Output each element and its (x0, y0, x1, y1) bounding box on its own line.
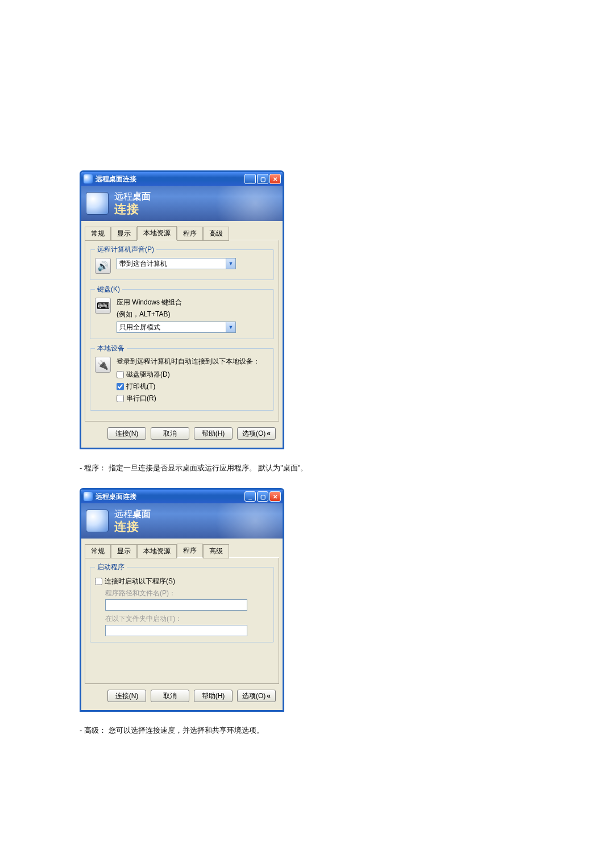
banner: 远程桌面 连接 (81, 186, 283, 221)
tab-programs[interactable]: 程序 (177, 227, 203, 241)
chk-printer-label: 打印机(T) (126, 382, 155, 391)
keyboard-combo-value: 只用全屏模式 (117, 323, 226, 332)
tab-programs[interactable]: 程序 (177, 544, 203, 558)
chevron-down-icon: ▼ (226, 322, 235, 332)
group-remote-sound: 远程计算机声音(P) 带到这台计算机 ▼ (90, 245, 274, 280)
speaker-icon (95, 258, 111, 274)
minimize-button[interactable]: _ (244, 491, 256, 502)
input-start-folder[interactable] (105, 625, 247, 636)
titlebar[interactable]: 远程桌面连接 _ ▢ ✕ (81, 172, 283, 186)
keyboard-combo[interactable]: 只用全屏模式 ▼ (117, 322, 236, 333)
close-button[interactable]: ✕ (269, 491, 281, 502)
cancel-button[interactable]: 取消 (151, 427, 189, 440)
tab-general[interactable]: 常规 (85, 227, 111, 241)
app-icon (84, 174, 93, 183)
maximize-button[interactable]: ▢ (257, 174, 268, 184)
tab-body: 远程计算机声音(P) 带到这台计算机 ▼ 键盘(K) 应用 Windows 键组… (85, 240, 279, 422)
tab-advanced[interactable]: 高级 (203, 544, 229, 558)
chk-serial-label: 串行口(R) (126, 394, 156, 403)
banner-line1a: 远程 (114, 191, 132, 201)
window-title: 远程桌面连接 (96, 492, 136, 502)
chk-printer-input[interactable] (117, 383, 124, 390)
close-button[interactable]: ✕ (269, 174, 281, 184)
tab-local-resources[interactable]: 本地资源 (137, 226, 177, 240)
chk-serial-input[interactable] (117, 395, 124, 402)
keyboard-desc1: 应用 Windows 键组合 (117, 298, 236, 307)
sound-combo[interactable]: 带到这台计算机 ▼ (117, 258, 236, 269)
titlebar[interactable]: 远程桌面连接 _ ▢ ✕ (81, 490, 283, 503)
keyboard-icon (95, 298, 111, 314)
app-icon (84, 492, 93, 501)
group-keyboard: 键盘(K) 应用 Windows 键组合 (例如，ALT+TAB) 只用全屏模式… (90, 285, 274, 339)
tab-local-resources[interactable]: 本地资源 (137, 544, 177, 558)
computer-icon (86, 510, 109, 532)
help-button[interactable]: 帮助(H) (194, 427, 233, 440)
chk-disk-label: 磁盘驱动器(D) (126, 370, 170, 379)
chk-start-program-input[interactable] (95, 578, 102, 585)
chk-printer[interactable]: 打印机(T) (117, 382, 260, 391)
rdc-window-local: 远程桌面连接 _ ▢ ✕ 远程桌面 连接 常规 显示 本地资源 程序 高级 远程… (80, 170, 284, 449)
button-row: 连接(N) 取消 帮助(H) 选项(O) (85, 422, 279, 440)
banner-line1a: 远程 (114, 509, 132, 519)
window-title: 远程桌面连接 (96, 174, 136, 184)
doc-line-programs: - 程序： 指定一旦连接是否显示桌面或运行应用程序。 默认为"桌面"。 (80, 463, 534, 473)
rdc-window-programs: 远程桌面连接 _ ▢ ✕ 远程桌面 连接 常规 显示 本地资源 程序 高级 启动… (80, 488, 284, 712)
banner-line1b: 桌面 (132, 509, 151, 519)
legend-keyboard: 键盘(K) (95, 285, 122, 294)
computer-icon (86, 192, 109, 215)
plug-icon (95, 357, 111, 373)
legend-sound: 远程计算机声音(P) (95, 245, 156, 254)
connect-button[interactable]: 连接(N) (107, 690, 146, 702)
banner-line2: 连接 (114, 519, 151, 533)
chk-disk-input[interactable] (117, 371, 124, 378)
tab-display[interactable]: 显示 (111, 544, 137, 558)
button-row: 连接(N) 取消 帮助(H) 选项(O) (85, 684, 279, 702)
help-button[interactable]: 帮助(H) (194, 690, 233, 702)
tab-advanced[interactable]: 高级 (203, 227, 229, 241)
tabstrip: 常规 显示 本地资源 程序 高级 (85, 543, 279, 558)
minimize-button[interactable]: _ (244, 174, 256, 184)
connect-button[interactable]: 连接(N) (107, 427, 146, 440)
keyboard-desc2: (例如，ALT+TAB) (117, 310, 236, 319)
group-start-program: 启动程序 连接时启动以下程序(S) 程序路径和文件名(P)： 在以下文件夹中启动… (90, 562, 274, 642)
banner-line1b: 桌面 (132, 191, 151, 201)
tab-general[interactable]: 常规 (85, 544, 111, 558)
devices-intro: 登录到远程计算机时自动连接到以下本地设备： (117, 357, 260, 366)
group-local-devices: 本地设备 登录到远程计算机时自动连接到以下本地设备： 磁盘驱动器(D) 打印机(… (90, 344, 274, 411)
sound-combo-value: 带到这台计算机 (117, 259, 226, 269)
options-button[interactable]: 选项(O) (237, 690, 276, 702)
banner-line2: 连接 (114, 202, 151, 216)
chk-serial[interactable]: 串行口(R) (117, 394, 260, 403)
input-program-path[interactable] (105, 599, 247, 611)
options-button[interactable]: 选项(O) (237, 427, 276, 440)
legend-start: 启动程序 (95, 562, 127, 572)
cancel-button[interactable]: 取消 (151, 690, 189, 702)
doc-line-advanced: - 高级： 您可以选择连接速度，并选择和共享环境选项。 (80, 725, 534, 736)
banner: 远程桌面 连接 (81, 503, 283, 539)
maximize-button[interactable]: ▢ (257, 491, 268, 502)
chevron-down-icon: ▼ (226, 258, 235, 269)
tabstrip: 常规 显示 本地资源 程序 高级 (85, 226, 279, 240)
label-program-path: 程序路径和文件名(P)： (105, 589, 269, 598)
chk-disk[interactable]: 磁盘驱动器(D) (117, 370, 260, 379)
label-start-folder: 在以下文件夹中启动(T)： (105, 614, 269, 624)
legend-devices: 本地设备 (95, 344, 127, 353)
tab-body: 启动程序 连接时启动以下程序(S) 程序路径和文件名(P)： 在以下文件夹中启动… (85, 558, 279, 684)
tab-display[interactable]: 显示 (111, 227, 137, 241)
chk-start-program[interactable]: 连接时启动以下程序(S) (95, 577, 269, 586)
chk-start-program-label: 连接时启动以下程序(S) (105, 577, 175, 586)
